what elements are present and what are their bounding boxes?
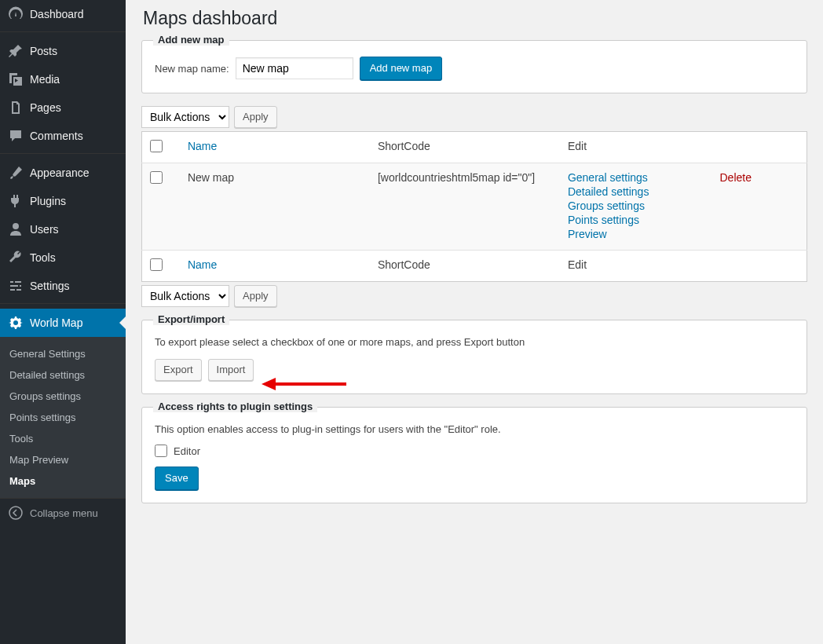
access-box-title: Access rights to plugin settings (153, 401, 317, 412)
user-icon (8, 221, 24, 237)
media-icon (8, 71, 24, 87)
wrench-icon (8, 250, 24, 265)
gear-icon (8, 315, 24, 331)
bulk-actions-select-top[interactable]: Bulk Actions (141, 106, 229, 128)
bulk-apply-button-top[interactable]: Apply (234, 106, 277, 128)
submenu-points-settings[interactable]: Points settings (0, 407, 126, 428)
plug-icon (8, 193, 24, 209)
sidebar-submenu: General Settings Detailed settings Group… (0, 337, 126, 498)
admin-sidebar: Dashboard Posts Media Pages Comments App… (0, 0, 126, 644)
select-all-top[interactable] (150, 140, 163, 152)
sidebar-item-label: Pages (30, 101, 61, 114)
sliders-icon (8, 278, 24, 294)
row-delete-link[interactable]: Delete (719, 171, 751, 184)
link-detailed-settings[interactable]: Detailed settings (568, 185, 704, 198)
sidebar-item-comments[interactable]: Comments (0, 122, 126, 150)
sidebar-item-world-map[interactable]: World Map (0, 309, 126, 337)
column-shortcode: ShortCode (370, 132, 560, 163)
add-new-map-box: Add new map New map name: Add new map (141, 40, 807, 93)
collapse-menu[interactable]: Collapse menu (0, 498, 126, 527)
page-icon (8, 100, 24, 115)
sidebar-item-posts[interactable]: Posts (0, 37, 126, 65)
access-rights-box: Access rights to plugin settings This op… (141, 407, 807, 503)
export-button[interactable]: Export (155, 359, 202, 381)
column-name-foot[interactable]: Name (188, 258, 217, 271)
pin-icon (8, 43, 24, 59)
sidebar-item-label: Comments (30, 130, 83, 142)
submenu-general-settings[interactable]: General Settings (0, 343, 126, 364)
import-button[interactable]: Import (208, 359, 254, 381)
link-general-settings[interactable]: General settings (568, 171, 704, 184)
tablenav-bottom: Bulk Actions Apply (141, 285, 807, 307)
sidebar-item-label: Posts (30, 45, 57, 57)
collapse-label: Collapse menu (30, 507, 98, 519)
sidebar-item-label: Media (30, 73, 60, 86)
sidebar-item-plugins[interactable]: Plugins (0, 187, 126, 215)
gauge-icon (8, 6, 24, 22)
collapse-icon (8, 505, 24, 521)
svg-marker-2 (262, 378, 276, 390)
submenu-map-preview[interactable]: Map Preview (0, 449, 126, 470)
table-row: New map [worldcountrieshtml5map id="0"] … (142, 163, 807, 251)
submenu-maps[interactable]: Maps (0, 470, 126, 492)
select-all-bottom[interactable] (150, 258, 163, 271)
submenu-detailed-settings[interactable]: Detailed settings (0, 364, 126, 386)
maps-table: Name ShortCode Edit New map [worldcountr… (141, 131, 807, 282)
column-edit: Edit (560, 132, 712, 163)
column-name[interactable]: Name (188, 140, 217, 152)
bulk-actions-select-bottom[interactable]: Bulk Actions (141, 285, 229, 307)
row-name: New map (180, 163, 370, 251)
export-import-box: Export/import To export please select a … (141, 320, 807, 394)
access-desc: This option enables access to plug-in se… (155, 423, 794, 435)
sidebar-item-appearance[interactable]: Appearance (0, 159, 126, 187)
row-shortcode: [worldcountrieshtml5map id="0"] (370, 163, 560, 251)
add-box-title: Add new map (153, 34, 229, 46)
tablenav-top: Bulk Actions Apply (141, 106, 807, 128)
row-checkbox[interactable] (150, 171, 163, 184)
editor-checkbox[interactable] (155, 445, 167, 457)
sidebar-item-label: Dashboard (30, 8, 84, 20)
save-button[interactable]: Save (155, 467, 199, 490)
brush-icon (8, 165, 24, 181)
submenu-groups-settings[interactable]: Groups settings (0, 386, 126, 407)
link-preview[interactable]: Preview (568, 228, 704, 240)
new-map-name-label: New map name: (155, 63, 229, 75)
sidebar-item-label: Settings (30, 280, 70, 292)
sidebar-item-label: Plugins (30, 195, 66, 207)
editor-role-option[interactable]: Editor (155, 445, 794, 457)
column-edit-foot: Edit (560, 251, 712, 282)
add-new-map-button[interactable]: Add new map (360, 57, 443, 80)
sidebar-item-pages[interactable]: Pages (0, 93, 126, 122)
new-map-name-input[interactable] (236, 57, 353, 79)
sidebar-item-media[interactable]: Media (0, 65, 126, 93)
page-title: Maps dashboard (143, 8, 807, 29)
export-desc: To export please select a checkbox of on… (155, 336, 794, 348)
sidebar-item-tools[interactable]: Tools (0, 243, 126, 272)
sidebar-item-users[interactable]: Users (0, 215, 126, 243)
sidebar-item-label: Tools (30, 251, 56, 264)
row-edit-links: General settings Detailed settings Group… (560, 163, 712, 251)
main-content: Maps dashboard Add new map New map name:… (126, 0, 823, 644)
export-box-title: Export/import (153, 313, 229, 325)
link-points-settings[interactable]: Points settings (568, 214, 704, 226)
bulk-apply-button-bottom[interactable]: Apply (234, 285, 277, 307)
sidebar-item-label: Users (30, 223, 59, 236)
sidebar-item-settings[interactable]: Settings (0, 272, 126, 300)
sidebar-item-dashboard[interactable]: Dashboard (0, 0, 126, 28)
svg-point-0 (9, 507, 22, 519)
comment-icon (8, 128, 24, 144)
sidebar-item-label: Appearance (30, 166, 90, 179)
link-groups-settings[interactable]: Groups settings (568, 199, 704, 212)
editor-label: Editor (174, 445, 200, 457)
submenu-tools[interactable]: Tools (0, 428, 126, 449)
column-shortcode-foot: ShortCode (370, 251, 560, 282)
sidebar-item-label: World Map (30, 317, 82, 329)
red-arrow-annotation (262, 376, 348, 392)
